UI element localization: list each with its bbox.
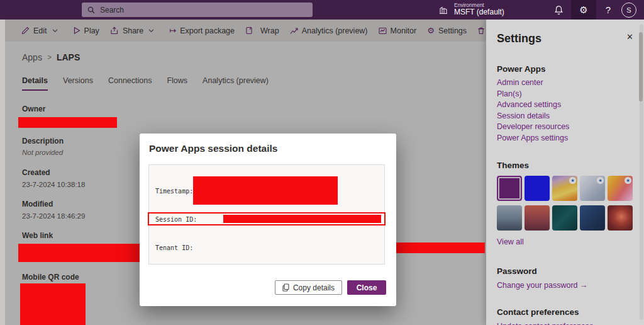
power-apps-heading: Power Apps (497, 64, 633, 74)
environment-name: MSFT (default) (454, 8, 504, 17)
redaction-session-tenant-object-ids (193, 176, 338, 205)
change-password-link[interactable]: Change your password → (497, 280, 633, 292)
app-window: { "colors": { "topbar-bg": "#3f1e47", "t… (0, 0, 644, 325)
session-details-dialog: Power Apps session details Timestamp: 20… (140, 134, 396, 306)
star-badge-icon: ★ (625, 177, 631, 184)
scrollbar-thumb[interactable] (639, 32, 643, 101)
environment-picker[interactable]: Environment MSFT (default) (439, 0, 504, 20)
avatar: S (621, 3, 636, 18)
redaction-web-link-left (18, 244, 140, 262)
theme-tile-8[interactable] (552, 205, 577, 231)
close-button[interactable]: Close (347, 280, 386, 295)
dialog-actions: Copy details Close (275, 280, 386, 295)
search-input[interactable] (100, 6, 307, 14)
link-plans[interactable]: Plan(s) (497, 89, 633, 100)
star-badge-icon: ★ (569, 177, 576, 184)
theme-tile-2[interactable] (525, 176, 550, 201)
settings-scrollbar[interactable] (640, 25, 643, 320)
contact-preferences-heading: Contact preferences (497, 307, 633, 317)
redaction-environment-id (223, 215, 381, 223)
redaction-web-link-right (396, 242, 485, 253)
themes-heading: Themes (497, 161, 633, 170)
account-button[interactable]: S (618, 0, 640, 20)
redaction-qr-code (20, 283, 86, 325)
link-developer-resources[interactable]: Developer resources (497, 122, 633, 133)
environment-icon (439, 6, 448, 14)
search-box[interactable] (82, 3, 313, 17)
redaction-owner (18, 117, 117, 128)
theme-tile-3[interactable]: ★ (552, 176, 577, 201)
link-admin-center[interactable]: Admin center (497, 77, 633, 89)
top-bar: Environment MSFT (default) ⚙ ? S (0, 0, 644, 20)
link-session-details[interactable]: Session details (497, 111, 633, 122)
link-advanced-settings[interactable]: Advanced settings (497, 100, 633, 111)
help-button[interactable]: ? (599, 0, 618, 20)
theme-tile-9[interactable] (580, 205, 605, 231)
settings-panel-title: Settings (497, 32, 633, 45)
bell-icon (554, 5, 564, 15)
theme-tile-4[interactable]: ★ (580, 176, 605, 201)
search-icon (87, 6, 95, 14)
settings-gear-button[interactable]: ⚙ (571, 0, 596, 20)
settings-panel: Settings ✕ Power Apps Admin center Plan(… (486, 20, 644, 325)
password-heading: Password (497, 266, 633, 276)
update-contact-preferences-link[interactable]: Update contact preferences → (497, 321, 633, 325)
theme-tile-5[interactable]: ★ (608, 176, 633, 201)
collapsed-nav-rail (0, 20, 5, 325)
copy-details-button[interactable]: Copy details (275, 280, 342, 295)
theme-tile-10[interactable] (608, 205, 633, 231)
theme-tile-7[interactable] (525, 205, 550, 231)
gear-icon: ⚙ (579, 4, 587, 16)
star-badge-icon: ★ (597, 177, 604, 184)
notifications-button[interactable] (548, 0, 569, 20)
copy-icon (282, 283, 289, 292)
link-power-apps-settings[interactable]: Power Apps settings (497, 133, 633, 144)
help-icon: ? (606, 4, 611, 15)
dialog-title: Power Apps session details (149, 143, 277, 154)
view-all-themes-link[interactable]: View all (497, 237, 633, 248)
theme-tile-1[interactable] (497, 176, 522, 201)
themes-grid: ★ ★ ★ (497, 176, 634, 231)
theme-tile-6[interactable] (497, 205, 522, 231)
close-icon[interactable]: ✕ (626, 32, 633, 42)
